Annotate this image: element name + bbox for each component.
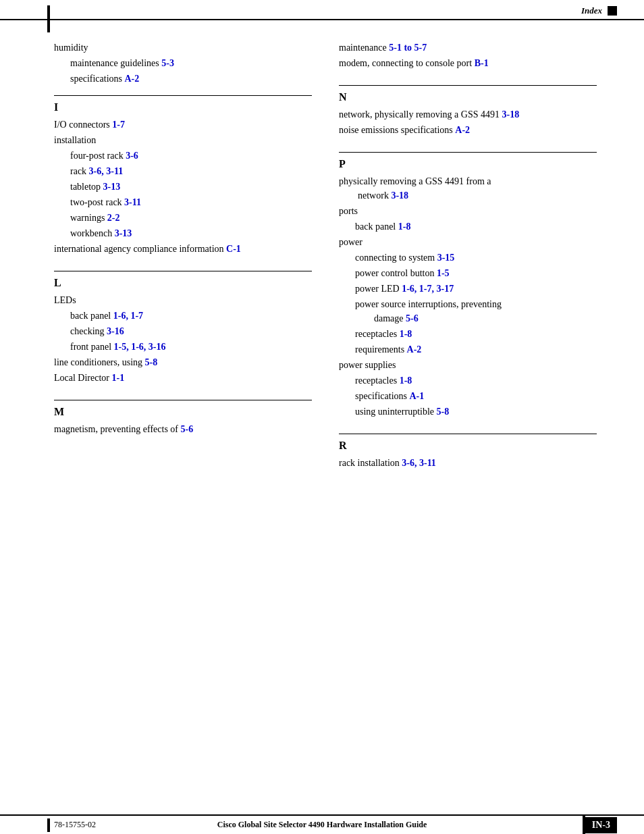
entry-link[interactable]: 1-5 xyxy=(437,268,450,278)
entry-link[interactable]: 3-6 xyxy=(126,151,138,161)
entry-label: specifications xyxy=(355,391,409,401)
entry-link[interactable]: 5-8 xyxy=(145,357,158,367)
list-item: power source interruptions, preventing d… xyxy=(355,297,597,325)
list-item: receptacles 1-8 xyxy=(355,327,597,341)
entry-label: power supplies xyxy=(339,360,396,370)
footer-left: 78-15755-02 xyxy=(47,818,96,832)
entry-link[interactable]: 1-8 xyxy=(400,329,412,339)
entry-link[interactable]: 3-13 xyxy=(103,182,121,192)
entry-label: international agency compliance informat… xyxy=(54,244,226,254)
section-l: L LEDs back panel 1-6, 1-7 checking 3-16… xyxy=(54,271,312,385)
entry-link[interactable]: A-2 xyxy=(455,125,470,135)
list-item: receptacles 1-8 xyxy=(355,373,597,388)
right-column: maintenance 5-1 to 5-7 modem, connecting… xyxy=(332,34,597,485)
entry-link[interactable]: 3-18 xyxy=(502,109,519,120)
section-m: M magnetism, preventing effects of 5-6 xyxy=(54,400,312,436)
footer-left-bar xyxy=(47,818,50,832)
list-item: tabletop 3-13 xyxy=(70,180,312,194)
section-p: P physically removing a GSS 4491 from a … xyxy=(339,152,597,419)
section-letter: P xyxy=(339,158,597,170)
entry-label: noise emissions specifications xyxy=(339,125,455,135)
list-item: maintenance guidelines 5-3 xyxy=(70,56,312,70)
section-i: I I/O connectors 1-7 installation four-p… xyxy=(54,95,312,256)
entry-label: maintenance guidelines xyxy=(70,58,161,68)
list-item: physically removing a GSS 4491 from a ne… xyxy=(339,174,597,203)
list-item: warnings 2-2 xyxy=(70,211,312,225)
list-item: four-post rack 3-6 xyxy=(70,149,312,163)
list-item: line conditioners, using 5-8 xyxy=(54,355,312,369)
entry-link[interactable]: B-1 xyxy=(475,58,489,68)
entry-link[interactable]: 3-18 xyxy=(391,190,408,201)
entry-label: requirements xyxy=(355,344,407,355)
list-item: power xyxy=(339,235,597,249)
entry-link[interactable]: 2-2 xyxy=(107,213,120,223)
entry-link[interactable]: A-2 xyxy=(407,344,422,355)
section-divider xyxy=(339,152,597,153)
list-item: I/O connectors 1-7 xyxy=(54,118,312,132)
list-item: installation xyxy=(54,133,312,147)
entry-label: workbench xyxy=(70,228,115,238)
entry-link[interactable]: 1-7 xyxy=(112,120,125,130)
entry-label: power source interruptions, preventing d… xyxy=(355,299,502,323)
entry-label: LEDs xyxy=(54,295,76,305)
list-item: back panel 1-6, 1-7 xyxy=(70,309,312,323)
entry-label: receptacles xyxy=(355,329,400,339)
list-item: power LED 1-6, 1-7, 3-17 xyxy=(355,282,597,296)
entry-link[interactable]: A-2 xyxy=(124,74,139,84)
entry-label: receptacles xyxy=(355,375,400,386)
list-item: ports xyxy=(339,204,597,218)
main-content: humidity maintenance guidelines 5-3 spec… xyxy=(0,20,644,485)
entry-label: installation xyxy=(54,135,96,145)
list-item: two-post rack 3-11 xyxy=(70,195,312,209)
entry-link[interactable]: 3-16 xyxy=(107,326,124,336)
entry-link[interactable]: 5-6 xyxy=(181,424,194,434)
list-item: maintenance 5-1 to 5-7 xyxy=(339,41,597,55)
entry-link[interactable]: 1-8 xyxy=(398,221,411,232)
entry-link[interactable]: 1-6, 1-7, 3-17 xyxy=(402,284,454,294)
entry-link[interactable]: 5-3 xyxy=(161,58,174,68)
entry-link[interactable]: C-1 xyxy=(226,244,241,254)
footer: 78-15755-02 Cisco Global Site Selector 4… xyxy=(0,814,644,834)
entry-link[interactable]: 5-6 xyxy=(406,313,419,323)
entry-link[interactable]: 1-8 xyxy=(400,375,412,386)
section-letter: I xyxy=(54,101,312,113)
entry-label: power LED xyxy=(355,284,402,294)
list-item: requirements A-2 xyxy=(355,342,597,357)
entry-label: physically removing a GSS 4491 from a ne… xyxy=(339,176,491,201)
list-item: noise emissions specifications A-2 xyxy=(339,123,597,137)
entry-link[interactable]: 3-13 xyxy=(115,228,132,238)
header-square xyxy=(608,6,617,16)
entry-link[interactable]: 1-6, 1-7 xyxy=(113,311,143,321)
entry-link[interactable]: 3-15 xyxy=(437,253,455,263)
list-item: workbench 3-13 xyxy=(70,226,312,240)
list-item: specifications A-2 xyxy=(70,72,312,86)
entry-label: rack xyxy=(70,166,89,176)
entry-link[interactable]: A-1 xyxy=(409,391,424,401)
entry-link[interactable]: 5-8 xyxy=(437,407,450,417)
footer-page-number: IN-3 xyxy=(585,817,617,833)
entry-link[interactable]: 5-1 to 5-7 xyxy=(389,43,427,53)
section-letter: N xyxy=(339,91,597,103)
list-item: back panel 1-8 xyxy=(355,219,597,234)
entry-label: specifications xyxy=(70,74,124,84)
entry-label: tabletop xyxy=(70,182,103,192)
entry-link[interactable]: 3-6, 3-11 xyxy=(89,166,124,176)
list-item: connecting to system 3-15 xyxy=(355,251,597,265)
list-item: rack 3-6, 3-11 xyxy=(70,164,312,178)
section-divider xyxy=(54,400,312,400)
entry-link[interactable]: 3-11 xyxy=(124,197,141,207)
entry-label: back panel xyxy=(70,311,113,321)
list-item: network, physically removing a GSS 4491 … xyxy=(339,107,597,122)
list-item: power control button 1-5 xyxy=(355,266,597,280)
section-divider xyxy=(339,85,597,86)
section-letter: L xyxy=(54,277,312,289)
left-column: humidity maintenance guidelines 5-3 spec… xyxy=(54,34,332,485)
list-item: using uninterruptible 5-8 xyxy=(355,405,597,419)
entry-link[interactable]: 1-5, 1-6, 3-16 xyxy=(114,342,166,352)
list-item: international agency compliance informat… xyxy=(54,242,312,256)
entry-label: Local Director xyxy=(54,373,112,383)
entry-link[interactable]: 1-1 xyxy=(112,373,125,383)
section-divider xyxy=(339,434,597,434)
entry-link[interactable]: 3-6, 3-11 xyxy=(402,458,436,468)
footer-center-text: Cisco Global Site Selector 4490 Hardware… xyxy=(217,820,427,830)
